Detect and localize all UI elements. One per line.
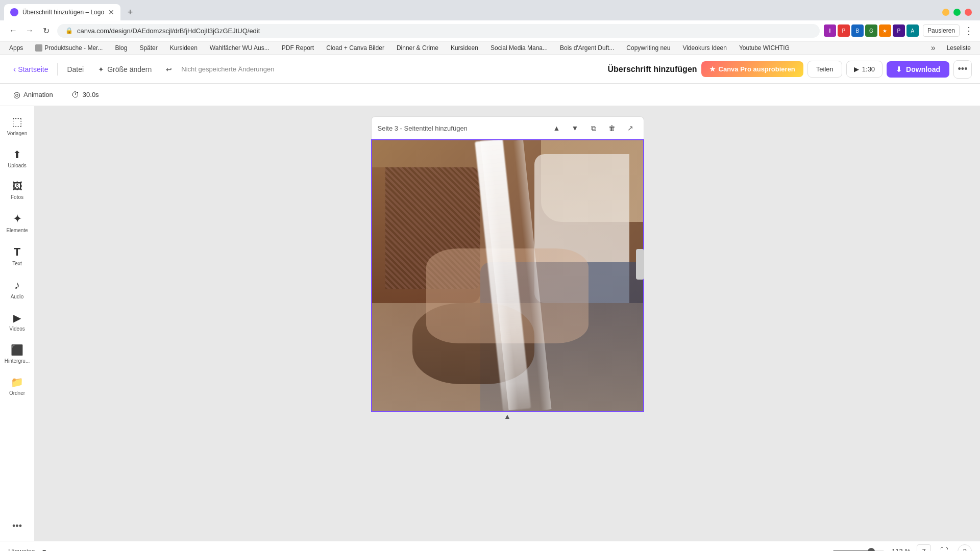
canvas-area[interactable]: Seite 3 - Seitentitel hinzufügen ▲ ▼ ⧉ 🗑… xyxy=(35,106,980,541)
clock-icon: ⏱ xyxy=(71,90,80,99)
bookmark-label-7: Cload + Canva Bilder xyxy=(326,44,384,52)
file-menu-button[interactable]: Datei xyxy=(62,62,89,77)
bookmark-apps[interactable]: Apps xyxy=(6,43,26,53)
design-canvas[interactable] xyxy=(371,139,644,412)
uploads-icon: ⬆ xyxy=(13,148,21,161)
bookmark-3[interactable]: Später xyxy=(136,43,160,53)
bookmark-label-9: Kursideen xyxy=(451,44,478,52)
bookmark-11[interactable]: Bois d'Argent Duft... xyxy=(557,43,617,53)
file-label: Datei xyxy=(67,65,84,73)
ext-profile[interactable]: A xyxy=(906,24,919,37)
bookmark-6[interactable]: PDF Report xyxy=(279,43,317,53)
bookmark-label-2: Blog xyxy=(115,44,127,52)
top-navigation: ‹ Startseite Datei ✦ Größe ändern ↩ Nich… xyxy=(0,55,980,84)
sidebar-item-uploads[interactable]: ⬆ Uploads xyxy=(2,143,33,173)
canva-pro-label: Canva Pro ausprobieren xyxy=(719,65,795,73)
fullscreen-button[interactable]: ⛶ xyxy=(937,544,951,552)
photos-icon: 🖼 xyxy=(12,181,22,192)
sidebar-item-hintergrund[interactable]: ⬛ Hintergru... xyxy=(2,339,33,369)
page-down-button[interactable]: ▼ xyxy=(568,121,582,135)
zoom-slider-thumb[interactable] xyxy=(868,548,875,552)
close-button[interactable] xyxy=(965,9,972,16)
bookmark-10[interactable]: Social Media Mana... xyxy=(487,43,551,53)
bookmark-1[interactable]: Produktsuche - Mer... xyxy=(32,43,106,53)
hints-collapse-button[interactable]: ▼ xyxy=(39,546,50,552)
bookmark-4[interactable]: Kursideen xyxy=(167,43,201,53)
resize-button[interactable]: ✦ Größe ändern xyxy=(93,62,157,77)
page-up-button[interactable]: ▲ xyxy=(550,121,564,135)
sidebar-item-elemente[interactable]: ✦ Elemente xyxy=(2,207,33,238)
help-button[interactable]: ? xyxy=(958,544,972,552)
address-bar: ← → ↻ 🔒 canva.com/design/DAEdomzscjl/drB… xyxy=(0,20,980,41)
bookmarks-bar: Apps Produktsuche - Mer... Blog Später K… xyxy=(0,41,980,55)
sidebar-text-label: Text xyxy=(12,261,21,266)
sidebar-item-fotos[interactable]: 🖼 Fotos xyxy=(2,176,33,205)
share-page-button[interactable]: ↗ xyxy=(623,121,638,135)
bookmark-leseliste[interactable]: Leseliste xyxy=(944,43,974,53)
page-outer: Seite 3 - Seitentitel hinzufügen ▲ ▼ ⧉ 🗑… xyxy=(371,116,644,412)
ext-icon-6[interactable]: P xyxy=(893,24,905,37)
ext-icon-3[interactable]: B xyxy=(851,24,864,37)
play-button[interactable]: ▶ 1:30 xyxy=(846,61,883,78)
bookmark-12[interactable]: Copywriting neu xyxy=(623,43,673,53)
audio-icon: ♪ xyxy=(14,279,20,292)
sidebar-item-text[interactable]: T Text xyxy=(2,240,33,271)
url-bar[interactable]: 🔒 canva.com/design/DAEdomzscjl/drBfjHdCo… xyxy=(57,24,820,38)
new-tab-button[interactable]: + xyxy=(122,5,138,20)
ext-icon-2[interactable]: P xyxy=(838,24,850,37)
pause-button[interactable]: Pausieren xyxy=(923,24,960,37)
duration-button[interactable]: ⏱ 30.0s xyxy=(66,87,104,103)
sidebar-item-audio[interactable]: ♪ Audio xyxy=(2,273,33,305)
bottom-left: Hinweise ▼ xyxy=(8,546,50,552)
sidebar-vorlagen-label: Vorlagen xyxy=(7,131,27,136)
bookmark-2[interactable]: Blog xyxy=(112,43,130,53)
animation-button[interactable]: ◎ Animation xyxy=(8,87,58,103)
sidebar-item-ordner[interactable]: 📁 Ordner xyxy=(2,371,33,401)
bookmark-9[interactable]: Kursideen xyxy=(448,43,481,53)
bookmarks-overflow[interactable]: » xyxy=(931,43,936,53)
bookmark-14[interactable]: Youtube WICHTIG xyxy=(736,43,793,53)
share-label: Teilen xyxy=(816,65,834,73)
minimize-button[interactable] xyxy=(942,9,949,16)
page-title-text[interactable]: Seite 3 - Seitentitel hinzufügen xyxy=(378,124,546,132)
ext-icon-4[interactable]: G xyxy=(865,24,877,37)
maximize-button[interactable] xyxy=(953,9,961,16)
duration-label: 30.0s xyxy=(83,91,99,98)
nav-right-actions: Überschrift hinzufügen ★ Canva Pro auspr… xyxy=(607,60,972,79)
play-duration-label: 1:30 xyxy=(862,65,875,73)
sidebar-item-videos[interactable]: ▶ Videos xyxy=(2,307,33,337)
elements-icon: ✦ xyxy=(13,212,22,226)
undo-button[interactable]: ↩ xyxy=(161,62,177,77)
ext-icon-1[interactable]: I xyxy=(824,24,836,37)
back-button[interactable]: ← xyxy=(6,23,20,38)
bookmark-label-4: Kursideen xyxy=(170,44,198,52)
refresh-button[interactable]: ↻ xyxy=(39,23,53,38)
page-number-display[interactable]: 7 xyxy=(917,544,931,552)
bookmark-8[interactable]: Dinner & Crime xyxy=(394,43,442,53)
sidebar-more-button[interactable]: ••• xyxy=(8,516,26,537)
tab-close-button[interactable]: ✕ xyxy=(108,8,114,16)
sidebar-item-vorlagen[interactable]: ⬚ Vorlagen xyxy=(2,110,33,141)
page-scroll-up-arrow[interactable]: ▲ xyxy=(504,412,511,420)
videos-icon: ▶ xyxy=(13,312,21,324)
canvas-scroll-handle[interactable] xyxy=(636,249,644,280)
bookmark-7[interactable]: Cload + Canva Bilder xyxy=(323,43,387,53)
browser-tab-active[interactable]: Überschrift hinzufügen – Logo ✕ xyxy=(4,4,120,20)
delete-page-button[interactable]: 🗑 xyxy=(605,121,619,135)
home-nav-button[interactable]: ‹ Startseite xyxy=(8,62,53,77)
canva-app: ‹ Startseite Datei ✦ Größe ändern ↩ Nich… xyxy=(0,55,980,551)
bookmark-13[interactable]: Videokurs Ideen xyxy=(679,43,730,53)
download-button[interactable]: ⬇ Download xyxy=(887,61,949,78)
share-button[interactable]: Teilen xyxy=(807,61,842,78)
more-options-button[interactable]: ••• xyxy=(953,60,972,79)
browser-menu[interactable]: ⋮ xyxy=(964,24,974,37)
duplicate-page-button[interactable]: ⧉ xyxy=(586,121,601,135)
resize-icon: ✦ xyxy=(98,65,104,73)
bookmark-5[interactable]: Wahlfächer WU Aus... xyxy=(207,43,273,53)
bookmark-label-3: Später xyxy=(139,44,157,52)
forward-button[interactable]: → xyxy=(22,23,37,38)
bookmark-label-8: Dinner & Crime xyxy=(397,44,438,52)
ext-icon-5[interactable]: ★ xyxy=(879,24,891,37)
canva-pro-button[interactable]: ★ Canva Pro ausprobieren xyxy=(701,61,803,77)
star-icon: ★ xyxy=(709,65,716,73)
